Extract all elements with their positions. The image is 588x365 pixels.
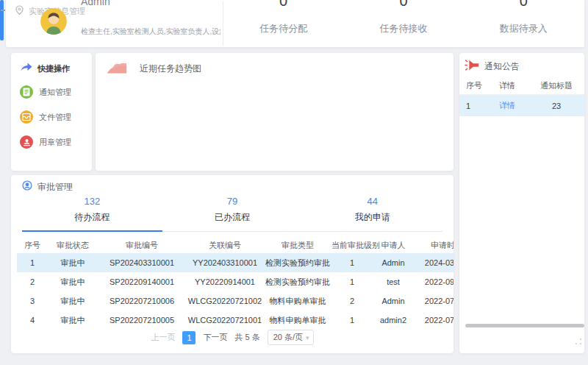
cell-date: 2022-07-21 xyxy=(414,311,453,330)
cell-approval-id: SP202207210005 xyxy=(98,311,186,330)
prev-page-button[interactable]: 上一页 xyxy=(151,332,175,343)
related-id-link[interactable]: WLCG20220721002 xyxy=(186,291,264,311)
notice-doc-icon xyxy=(20,85,33,99)
col-header: 审批类型 xyxy=(264,237,331,253)
stat-label: 数据待录入 xyxy=(464,22,584,35)
approval-card: 审批管理 132 待办流程 79 已办流程 44 我的申请 序号 审批状态 审批… xyxy=(11,175,453,353)
col-header: 当前审批级别 xyxy=(331,237,373,253)
quick-actions-title: 快捷操作 xyxy=(37,63,70,74)
quick-item-notice-management[interactable]: 通知管理 xyxy=(20,85,71,99)
cell-applicant: test xyxy=(373,272,414,291)
cell-no: 3 xyxy=(17,291,48,311)
tab-count: 44 xyxy=(302,196,442,207)
cell-applicant: Admin xyxy=(373,253,414,272)
notice-detail-link[interactable]: 详情 xyxy=(486,100,528,111)
table-row[interactable]: 1 审批中 SP202403310001 YY202403310001 检测实验… xyxy=(17,253,453,272)
tab-pending-flows[interactable]: 132 待办流程 xyxy=(22,193,162,231)
badge-icon xyxy=(22,180,32,194)
notice-row[interactable]: 1 详情 23 xyxy=(459,95,584,116)
cell-date: 2022-09-14 xyxy=(414,272,453,291)
stat-data-to-enter: 0 数据待录入 xyxy=(464,0,584,47)
notice-title: 通知公告 xyxy=(484,60,520,73)
related-id-link[interactable]: WLCG20220721001 xyxy=(186,311,264,330)
cell-approval-id: SP202207210006 xyxy=(98,291,186,311)
seal-stamp-icon xyxy=(20,135,33,149)
tab-my-applications[interactable]: 44 我的申请 xyxy=(302,193,442,231)
tab-count: 132 xyxy=(22,196,162,207)
next-page-button[interactable]: 下一页 xyxy=(203,332,227,343)
quick-item-label: 文件管理 xyxy=(39,112,71,123)
scroll-indicator-bar[interactable] xyxy=(0,0,4,40)
stat-value: 0 xyxy=(223,0,343,10)
resize-grip[interactable] xyxy=(576,339,581,344)
notice-table-header: 序号 详情 通知标题 xyxy=(459,77,584,95)
cell-type: 物料申购单审批 xyxy=(264,291,331,311)
quick-item-seal-management[interactable]: 用章管理 xyxy=(20,135,71,149)
stat-tasks-to-receive: 0 任务待接收 xyxy=(343,0,463,47)
page-size-select[interactable]: 20 条/页 ▾ xyxy=(268,330,314,345)
col-header: 序号 xyxy=(459,80,486,91)
notice-table: 序号 详情 通知标题 1 详情 23 xyxy=(459,77,584,116)
quick-item-label: 通知管理 xyxy=(39,87,71,98)
chevron-down-icon: ▾ xyxy=(306,334,309,341)
location-pin-icon xyxy=(15,4,24,18)
share-arrow-icon xyxy=(20,62,33,75)
tab-label: 已办流程 xyxy=(162,211,303,224)
collapse-dash-icon[interactable] xyxy=(1,10,5,11)
stat-label: 任务待接收 xyxy=(343,22,463,35)
col-header: 关联编号 xyxy=(186,237,264,253)
stat-tasks-to-assign: 0 任务待分配 xyxy=(223,0,343,47)
approval-table-header: 序号 审批状态 审批编号 关联编号 审批类型 当前审批级别 申请人 申请时间 xyxy=(17,237,453,253)
horizontal-scrollbar[interactable] xyxy=(465,324,584,327)
cell-approval-id: SP202403310001 xyxy=(98,253,186,272)
notice-card: 通知公告 序号 详情 通知标题 1 详情 23 xyxy=(459,53,584,353)
col-header: 序号 xyxy=(17,237,48,253)
cell-level: 1 xyxy=(331,311,373,330)
related-id-link[interactable]: YY202403310001 xyxy=(186,253,264,272)
tab-done-flows[interactable]: 79 已办流程 xyxy=(162,193,303,231)
col-header: 详情 xyxy=(486,80,528,91)
cell-no: 1 xyxy=(17,253,48,272)
approval-table: 序号 审批状态 审批编号 关联编号 审批类型 当前审批级别 申请人 申请时间 1… xyxy=(17,237,453,330)
megaphone-icon xyxy=(465,59,479,74)
trend-chart-title: 近期任务趋势图 xyxy=(140,63,201,75)
cell-status: 审批中 xyxy=(48,291,98,311)
stat-value: 0 xyxy=(343,0,463,10)
col-header: 通知标题 xyxy=(528,80,584,91)
cell-no: 2 xyxy=(17,272,48,291)
quick-item-file-management[interactable]: 文件管理 xyxy=(20,110,71,124)
user-roles: 检查主任,实验室检测人员,实验室负责人,设施与环 xyxy=(81,26,220,37)
notice-count: 23 xyxy=(528,102,584,110)
quick-actions-card: 快捷操作 通知管理 文件管理 用章管理 xyxy=(11,53,92,171)
cell-approval-id: SP202209140001 xyxy=(98,272,186,291)
cell-type: 物料申购单审批 xyxy=(264,311,331,330)
cell-date: 2022-07-21 xyxy=(414,291,453,311)
table-row[interactable]: 2 审批中 SP202209140001 YY20220914001 检测实验预… xyxy=(17,272,453,291)
cell-applicant: admin2 xyxy=(373,311,414,330)
page-size-value: 20 条/页 xyxy=(273,332,303,343)
tab-label: 待办流程 xyxy=(22,211,162,224)
tab-count: 79 xyxy=(162,196,303,207)
cell-level: 1 xyxy=(331,272,373,291)
cell-status: 审批中 xyxy=(48,272,98,291)
table-row[interactable]: 3 审批中 SP202207210006 WLCG20220721002 物料申… xyxy=(17,291,453,311)
trend-card: 近期任务趋势图 xyxy=(96,53,453,171)
cell-level: 2 xyxy=(331,291,373,311)
user-avatar[interactable] xyxy=(40,8,67,35)
page-number-button[interactable]: 1 xyxy=(182,331,196,344)
quick-actions-header: 快捷操作 xyxy=(20,62,70,75)
total-count-label: 共 5 条 xyxy=(234,332,259,343)
header-band: 实验室信息管理 Admin 检查主任,实验室检测人员,实验室负责人,设施与环 0… xyxy=(6,0,584,47)
cell-status: 审批中 xyxy=(48,311,98,330)
cell-applicant: Admin xyxy=(373,291,414,311)
cell-no: 4 xyxy=(17,311,48,330)
stat-value: 0 xyxy=(464,0,584,10)
col-header: 审批状态 xyxy=(48,237,98,253)
stats-row: 0 任务待分配 0 任务待接收 0 数据待录入 xyxy=(223,0,584,47)
quick-item-label: 用章管理 xyxy=(39,137,71,148)
approval-tabs: 132 待办流程 79 已办流程 44 我的申请 xyxy=(22,193,442,232)
related-id-link[interactable]: YY20220914001 xyxy=(186,272,264,291)
approval-title: 审批管理 xyxy=(37,181,73,194)
table-row[interactable]: 4 审批中 SP202207210005 WLCG20220721001 物料申… xyxy=(17,311,453,330)
user-name: Admin xyxy=(81,0,110,8)
